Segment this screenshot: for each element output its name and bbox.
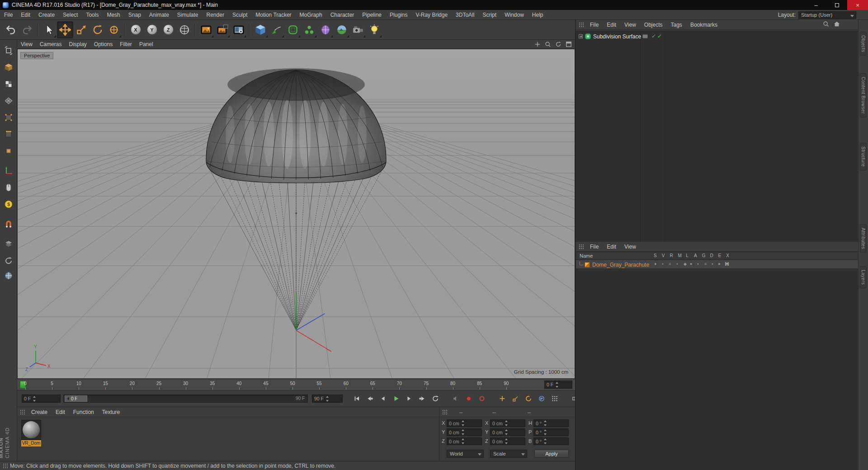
menu-tools[interactable]: Tools bbox=[82, 10, 103, 19]
material-thumbnail[interactable] bbox=[21, 420, 41, 440]
scale-tool-button[interactable] bbox=[73, 21, 90, 38]
stepper-icon[interactable] bbox=[505, 429, 509, 435]
last-used-tool-button[interactable] bbox=[106, 21, 122, 38]
object-toggle-icon[interactable]: ▪ bbox=[697, 262, 698, 266]
column-header-e[interactable]: E bbox=[718, 253, 721, 258]
stepper-icon[interactable] bbox=[33, 396, 37, 402]
object-toggle-icon[interactable]: ● bbox=[718, 262, 720, 266]
play-sound-button[interactable] bbox=[450, 393, 462, 404]
viewport-canvas[interactable]: YXZ Perspective Grid Spacing : 1000 cm bbox=[17, 49, 575, 379]
rotate-tool-button[interactable] bbox=[90, 21, 106, 38]
layer-manager-menu-file[interactable]: File bbox=[586, 242, 603, 251]
record-rotation-button[interactable] bbox=[523, 393, 534, 404]
render-to-picture-viewer-button[interactable] bbox=[214, 21, 231, 38]
lock-y-axis-button[interactable]: Y bbox=[144, 21, 160, 38]
pan-view-icon[interactable] bbox=[534, 41, 541, 48]
object-toggle-icon[interactable]: ▪ bbox=[676, 262, 678, 266]
menu-edit[interactable]: Edit bbox=[17, 10, 34, 19]
object-manager-menu-edit[interactable]: Edit bbox=[603, 20, 620, 29]
model-mode-button[interactable] bbox=[2, 61, 15, 74]
object-row-subdivision-surface[interactable]: Subdivision Surface ✓ ✓ bbox=[576, 32, 859, 41]
minimize-button[interactable]: – bbox=[806, 0, 826, 10]
workplane-mode-button[interactable] bbox=[2, 94, 15, 107]
add-subdivision-surface-button[interactable] bbox=[285, 21, 301, 38]
lock-x-axis-button[interactable]: X bbox=[127, 21, 144, 38]
size-x-input[interactable]: 0 cm bbox=[490, 419, 525, 427]
menu-plugins[interactable]: Plugins bbox=[386, 10, 411, 19]
scripting-button[interactable] bbox=[2, 269, 15, 282]
menu-file[interactable]: File bbox=[0, 10, 17, 19]
menu-create[interactable]: Create bbox=[34, 10, 59, 19]
menu-help[interactable]: Help bbox=[528, 10, 547, 19]
position-z-input[interactable]: 0 cm bbox=[447, 437, 482, 445]
stepper-icon[interactable] bbox=[326, 396, 330, 402]
menu-animate[interactable]: Animate bbox=[145, 10, 173, 19]
layer-list-empty-area[interactable] bbox=[576, 269, 859, 470]
object-toggle-icon[interactable]: ≡ bbox=[704, 262, 707, 266]
column-header-m[interactable]: M bbox=[678, 253, 681, 258]
object-manager-menu-tags[interactable]: Tags bbox=[667, 20, 686, 29]
frame-counter-field[interactable]: 0 F bbox=[544, 381, 572, 389]
frame-slider-handle[interactable]: 0 F bbox=[65, 395, 87, 402]
home-icon[interactable] bbox=[834, 21, 840, 28]
stepper-icon[interactable] bbox=[556, 382, 560, 388]
redo-button[interactable] bbox=[19, 21, 35, 38]
enabled-check-icon[interactable]: ✓ bbox=[657, 33, 662, 39]
add-spline-button[interactable] bbox=[269, 21, 285, 38]
add-generator-button[interactable] bbox=[301, 21, 317, 38]
record-position-button[interactable] bbox=[496, 393, 508, 404]
column-header-x[interactable]: X bbox=[726, 253, 729, 258]
menu-mograph[interactable]: MoGraph bbox=[296, 10, 326, 19]
stepper-icon[interactable] bbox=[462, 438, 466, 444]
menu-render[interactable]: Render bbox=[203, 10, 228, 19]
rotation-h-input[interactable]: 0 ° bbox=[533, 419, 569, 427]
stepper-icon[interactable] bbox=[505, 420, 509, 426]
menu-motion-tracker[interactable]: Motion Tracker bbox=[251, 10, 295, 19]
workplane-lock-button[interactable] bbox=[2, 238, 15, 250]
hierarchy-badge[interactable]: H bbox=[725, 261, 729, 267]
size-z-input[interactable]: 0 cm bbox=[490, 437, 525, 445]
position-y-input[interactable]: 0 cm bbox=[447, 428, 482, 436]
stepper-icon[interactable] bbox=[505, 438, 509, 444]
layer-manager-menu-edit[interactable]: Edit bbox=[603, 242, 620, 251]
material-menu-edit[interactable]: Edit bbox=[52, 408, 69, 417]
frame-range-slider[interactable]: 0 F 90 F bbox=[63, 395, 308, 403]
size-y-input[interactable]: 0 cm bbox=[490, 428, 525, 436]
viewport-menu-filter[interactable]: Filter bbox=[116, 40, 136, 48]
menu-3dtoall[interactable]: 3DToAll bbox=[452, 10, 478, 19]
side-tab-structure[interactable]: Structure bbox=[860, 143, 867, 170]
timeline-ruler[interactable]: 051015202530354045505560657075808590 0 F bbox=[17, 380, 575, 390]
points-mode-button[interactable] bbox=[2, 111, 15, 124]
material-menu-create[interactable]: Create bbox=[27, 408, 52, 417]
menu-pipeline[interactable]: Pipeline bbox=[358, 10, 386, 19]
object-toggle-icon[interactable]: ▪ bbox=[712, 262, 713, 266]
play-button[interactable] bbox=[390, 393, 402, 404]
toggle-view-icon[interactable] bbox=[565, 41, 572, 48]
rotation-header[interactable]: -- bbox=[528, 409, 531, 415]
menu-character[interactable]: Character bbox=[326, 10, 359, 19]
menu-mesh[interactable]: Mesh bbox=[103, 10, 124, 19]
layer-state-icon[interactable] bbox=[642, 34, 648, 38]
material-menu-texture[interactable]: Texture bbox=[98, 408, 124, 417]
material-name-label[interactable]: VR_Dom bbox=[21, 440, 41, 446]
stepper-icon[interactable] bbox=[544, 429, 548, 435]
object-manager-menu-file[interactable]: File bbox=[586, 20, 603, 29]
menu-snap[interactable]: Snap bbox=[124, 10, 145, 19]
viewport-menu-display[interactable]: Display bbox=[65, 40, 90, 48]
stepper-icon[interactable] bbox=[462, 429, 466, 435]
position-x-input[interactable]: 0 cm bbox=[447, 419, 482, 427]
stepper-icon[interactable] bbox=[544, 420, 548, 426]
viewport-menu-panel[interactable]: Panel bbox=[136, 40, 157, 48]
live-selection-button[interactable] bbox=[41, 21, 57, 38]
enable-axis-button[interactable] bbox=[2, 164, 15, 177]
menu-script[interactable]: Script bbox=[478, 10, 500, 19]
name-column-header[interactable]: Name bbox=[580, 253, 593, 258]
object-toggle-icon[interactable]: ▪ bbox=[662, 262, 663, 266]
panel-grip-icon[interactable] bbox=[442, 409, 448, 415]
record-parameter-button[interactable]: P bbox=[536, 393, 547, 404]
side-tab-attributes[interactable]: Attributes bbox=[860, 224, 867, 253]
side-tab-content-browser[interactable]: Content Browser bbox=[860, 73, 867, 118]
add-camera-button[interactable] bbox=[350, 21, 366, 38]
size-header[interactable]: -- bbox=[492, 409, 495, 415]
loop-playback-button[interactable] bbox=[429, 393, 441, 404]
